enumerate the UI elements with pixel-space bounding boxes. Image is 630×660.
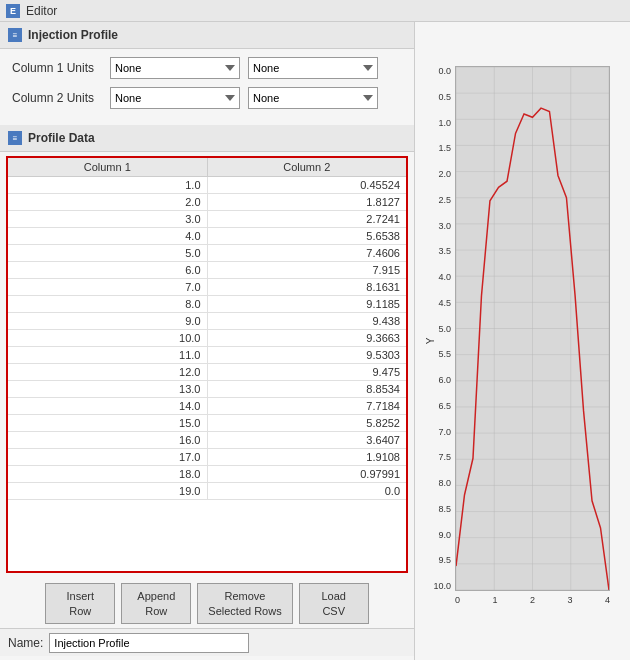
insert-row-button[interactable]: InsertRow xyxy=(45,583,115,624)
y-axis-label: 2.5 xyxy=(438,195,451,205)
table-cell-col2: 5.8252 xyxy=(208,415,407,431)
table-cell-col2: 7.915 xyxy=(208,262,407,278)
y-axis-label: 5.5 xyxy=(438,349,451,359)
right-panel: Y 10.09.59.08.58.07.57.06.56.05.55.04.54… xyxy=(415,22,630,660)
load-csv-button[interactable]: LoadCSV xyxy=(299,583,369,624)
chart-area xyxy=(455,66,610,591)
table-cell-col1: 2.0 xyxy=(8,194,208,210)
col1-header: Column 1 xyxy=(8,158,208,176)
column2-unit-select2[interactable]: None xyxy=(248,87,378,109)
table-cell-col1: 16.0 xyxy=(8,432,208,448)
y-axis-label: 5.0 xyxy=(438,324,451,334)
x-axis-label: 0 xyxy=(455,595,460,605)
column1-unit-select2[interactable]: None xyxy=(248,57,378,79)
table-row[interactable]: 18.00.97991 xyxy=(8,466,406,483)
y-axis-label: 6.0 xyxy=(438,375,451,385)
col2-header: Column 2 xyxy=(208,158,407,176)
table-row[interactable]: 6.07.915 xyxy=(8,262,406,279)
table-cell-col2: 5.6538 xyxy=(208,228,407,244)
table-cell-col2: 9.3663 xyxy=(208,330,407,346)
y-axis-label: 0.0 xyxy=(438,66,451,76)
table-row[interactable]: 14.07.7184 xyxy=(8,398,406,415)
remove-selected-rows-button[interactable]: RemoveSelected Rows xyxy=(197,583,292,624)
column2-unit-select1[interactable]: None xyxy=(110,87,240,109)
profile-data-icon: ≡ xyxy=(8,131,22,145)
y-axis-label: 2.0 xyxy=(438,169,451,179)
injection-profile-icon: ≡ xyxy=(8,28,22,42)
table-cell-col2: 3.6407 xyxy=(208,432,407,448)
table-cell-col2: 2.7241 xyxy=(208,211,407,227)
table-row[interactable]: 1.00.45524 xyxy=(8,177,406,194)
y-axis-label: 3.0 xyxy=(438,221,451,231)
x-axis-labels: 01234 xyxy=(455,591,610,621)
x-axis-label: 1 xyxy=(492,595,497,605)
table-row[interactable]: 3.02.7241 xyxy=(8,211,406,228)
x-axis-label: 3 xyxy=(567,595,572,605)
title-bar: E Editor xyxy=(0,0,630,22)
table-row[interactable]: 11.09.5303 xyxy=(8,347,406,364)
table-cell-col2: 9.475 xyxy=(208,364,407,380)
table-row[interactable]: 13.08.8534 xyxy=(8,381,406,398)
table-cell-col1: 3.0 xyxy=(8,211,208,227)
column2-units-row: Column 2 Units None None xyxy=(12,87,402,109)
injection-profile-header: ≡ Injection Profile xyxy=(0,22,414,49)
table-row[interactable]: 12.09.475 xyxy=(8,364,406,381)
table-cell-col2: 7.7184 xyxy=(208,398,407,414)
y-axis-labels: 10.09.59.08.58.07.57.06.56.05.55.04.54.0… xyxy=(425,66,455,591)
table-cell-col2: 1.9108 xyxy=(208,449,407,465)
table-cell-col2: 0.0 xyxy=(208,483,407,499)
chart-svg xyxy=(456,67,609,590)
table-cell-col2: 9.438 xyxy=(208,313,407,329)
table-cell-col1: 12.0 xyxy=(8,364,208,380)
left-panel: ≡ Injection Profile Column 1 Units None … xyxy=(0,22,415,660)
table-body[interactable]: 1.00.455242.01.81273.02.72414.05.65385.0… xyxy=(8,177,406,571)
table-cell-col1: 17.0 xyxy=(8,449,208,465)
table-row[interactable]: 7.08.1631 xyxy=(8,279,406,296)
table-row[interactable]: 4.05.6538 xyxy=(8,228,406,245)
table-cell-col1: 10.0 xyxy=(8,330,208,346)
y-axis-label: 4.5 xyxy=(438,298,451,308)
y-axis-label: 9.0 xyxy=(438,530,451,540)
column1-units-label: Column 1 Units xyxy=(12,61,102,75)
table-row[interactable]: 10.09.3663 xyxy=(8,330,406,347)
table-cell-col1: 11.0 xyxy=(8,347,208,363)
column1-units-row: Column 1 Units None None xyxy=(12,57,402,79)
units-section: Column 1 Units None None Column 2 Units … xyxy=(0,49,414,125)
table-header: Column 1 Column 2 xyxy=(8,158,406,177)
table-row[interactable]: 16.03.6407 xyxy=(8,432,406,449)
table-row[interactable]: 15.05.8252 xyxy=(8,415,406,432)
x-axis-label: 4 xyxy=(605,595,610,605)
title-label: Editor xyxy=(26,4,57,18)
y-axis-label: 7.5 xyxy=(438,452,451,462)
y-axis-label: 8.0 xyxy=(438,478,451,488)
table-row[interactable]: 2.01.8127 xyxy=(8,194,406,211)
table-cell-col1: 6.0 xyxy=(8,262,208,278)
main-content: ≡ Injection Profile Column 1 Units None … xyxy=(0,22,630,660)
injection-profile-label: Injection Profile xyxy=(28,28,118,42)
table-row[interactable]: 19.00.0 xyxy=(8,483,406,500)
profile-data-header: ≡ Profile Data xyxy=(0,125,414,152)
y-axis-label: 6.5 xyxy=(438,401,451,411)
y-axis-label: 9.5 xyxy=(438,555,451,565)
table-cell-col2: 8.1631 xyxy=(208,279,407,295)
profile-data-section: Column 1 Column 2 1.00.455242.01.81273.0… xyxy=(6,156,408,573)
table-cell-col1: 9.0 xyxy=(8,313,208,329)
table-cell-col2: 0.45524 xyxy=(208,177,407,193)
table-cell-col2: 1.8127 xyxy=(208,194,407,210)
table-cell-col1: 5.0 xyxy=(8,245,208,261)
column1-unit-select1[interactable]: None xyxy=(110,57,240,79)
y-axis-label: 10.0 xyxy=(433,581,451,591)
table-cell-col1: 7.0 xyxy=(8,279,208,295)
append-row-button[interactable]: AppendRow xyxy=(121,583,191,624)
y-axis-label: 1.5 xyxy=(438,143,451,153)
table-row[interactable]: 5.07.4606 xyxy=(8,245,406,262)
table-cell-col2: 9.1185 xyxy=(208,296,407,312)
y-axis-label: 0.5 xyxy=(438,92,451,102)
table-row[interactable]: 8.09.1185 xyxy=(8,296,406,313)
name-input[interactable] xyxy=(49,633,249,653)
y-axis-label: 4.0 xyxy=(438,272,451,282)
table-row[interactable]: 9.09.438 xyxy=(8,313,406,330)
data-table: Column 1 Column 2 1.00.455242.01.81273.0… xyxy=(6,156,408,573)
table-cell-col2: 8.8534 xyxy=(208,381,407,397)
table-row[interactable]: 17.01.9108 xyxy=(8,449,406,466)
